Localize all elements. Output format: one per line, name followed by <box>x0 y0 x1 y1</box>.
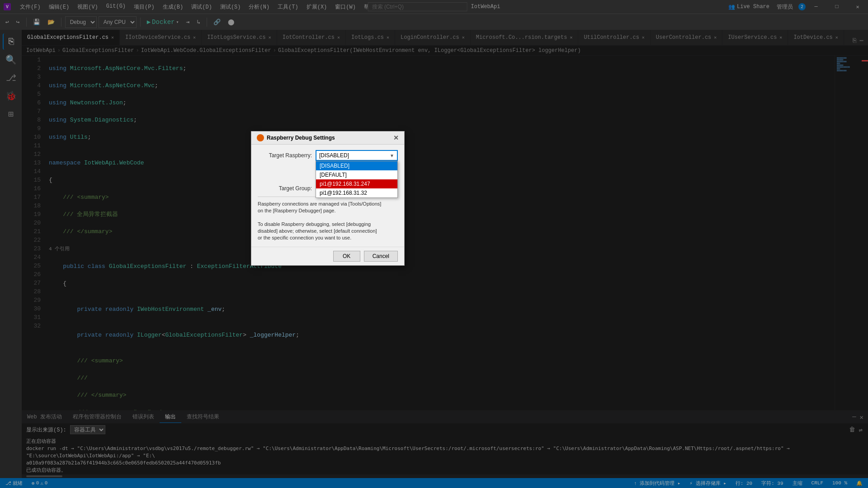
dialog-ok-button[interactable]: OK <box>333 251 360 262</box>
target-raspberry-label: Target Raspberry: <box>258 152 312 159</box>
dialog-cancel-button[interactable]: Cancel <box>364 251 398 262</box>
target-raspberry-dropdown[interactable]: [DISABLED] ▼ <box>316 150 398 161</box>
target-raspberry-dropdown-wrap: [DISABLED] ▼ [DISABLED] [DEFAULT] pi1@19… <box>316 150 398 161</box>
dialog-info-text: Raspberry connections are managed via [T… <box>258 197 398 241</box>
dialog-overlay: Raspberry Debug Settings ✕ Target Raspbe… <box>0 0 868 488</box>
dialog-title-text: Raspberry Debug Settings <box>267 135 335 141</box>
dialog-body: Target Raspberry: [DISABLED] ▼ [DISABLED… <box>251 145 404 247</box>
dropdown-item-disabled[interactable]: [DISABLED] <box>316 161 397 170</box>
dropdown-item-default[interactable]: [DEFAULT] <box>316 170 397 179</box>
dialog-buttons: OK Cancel <box>251 247 404 265</box>
dropdown-list: [DISABLED] [DEFAULT] pi1@192.168.31.247 … <box>316 161 398 198</box>
raspberry-debug-dialog: Raspberry Debug Settings ✕ Target Raspbe… <box>251 131 405 266</box>
target-raspberry-row: Target Raspberry: [DISABLED] ▼ [DISABLED… <box>258 150 398 161</box>
dropdown-arrow-icon: ▼ <box>390 153 394 158</box>
target-group-label: Target Group: <box>258 185 312 192</box>
dropdown-item-pi1-247[interactable]: pi1@192.168.31.247 <box>316 179 397 188</box>
dialog-title-bar: Raspberry Debug Settings ✕ <box>251 131 404 145</box>
info-text-content: Raspberry connections are managed via [T… <box>258 201 381 240</box>
dialog-title-icon <box>257 134 264 141</box>
dropdown-item-pi1-32[interactable]: pi1@192.168.31.32 <box>316 188 397 197</box>
dialog-close-button[interactable]: ✕ <box>393 134 399 141</box>
dropdown-selected-value: [DISABLED] <box>319 152 349 159</box>
